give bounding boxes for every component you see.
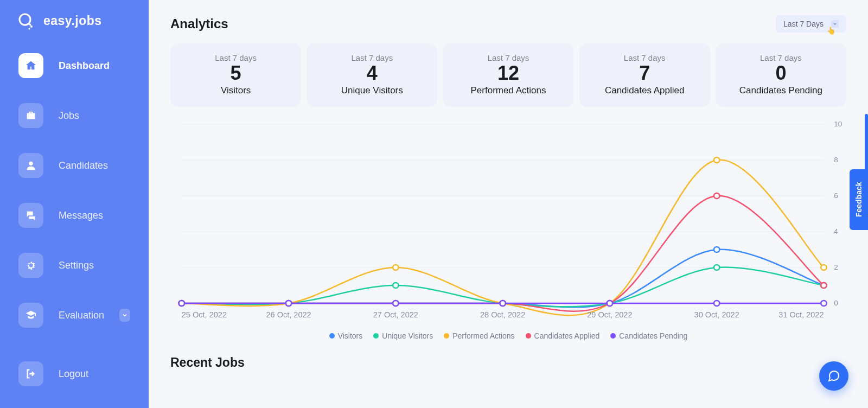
legend-item[interactable]: Candidates Applied [526,331,600,340]
sidebar-item-jobs[interactable]: Jobs [11,97,138,135]
brand: easy.jobs [11,10,138,31]
graduation-cap-icon [18,303,43,328]
svg-text:6: 6 [834,192,838,200]
analytics-title: Analytics [170,16,228,31]
svg-point-42 [714,193,719,199]
recent-jobs-title: Recent Jobs [170,355,846,370]
legend-dot [610,333,616,339]
legend-label: Candidates Applied [534,331,600,340]
metric-value: 7 [584,62,706,84]
logout-icon [18,361,43,386]
metric-unique-visitors: Last 7 days 4 Unique Visitors [307,43,437,107]
sidebar-item-label: Evaluation [59,310,104,321]
svg-text:26 Oct, 2022: 26 Oct, 2022 [266,310,311,319]
legend-dot [373,333,379,339]
svg-text:25 Oct, 2022: 25 Oct, 2022 [182,310,227,319]
metric-value: 12 [447,62,569,84]
svg-point-47 [500,301,505,306]
logout-button[interactable]: Logout [11,361,96,386]
sidebar-item-candidates[interactable]: Candidates [11,146,138,184]
sidebar-item-evaluation[interactable]: Evaluation [11,296,138,334]
svg-text:0: 0 [834,299,838,307]
svg-point-2 [29,28,30,30]
legend-item[interactable]: Candidates Pending [610,331,687,340]
legend-label: Unique Visitors [382,331,433,340]
sidebar-item-label: Dashboard [59,60,110,72]
svg-point-35 [714,157,719,163]
metric-period: Last 7 days [584,53,706,62]
sidebar-item-messages[interactable]: Messages [11,196,138,234]
chevron-down-icon: 👆 [831,20,839,28]
brand-logo-icon [15,10,37,31]
main-content: Analytics Last 7 Days 👆 Last 7 days 5 Vi… [149,0,868,408]
legend-label: Candidates Pending [619,331,687,340]
svg-text:27 Oct, 2022: 27 Oct, 2022 [373,310,418,319]
logout-label: Logout [59,368,88,380]
metric-label: Visitors [175,85,297,96]
svg-text:4: 4 [834,227,838,235]
gear-icon [18,253,43,278]
svg-text:10: 10 [834,120,842,128]
svg-point-28 [714,265,719,270]
date-range-select[interactable]: Last 7 Days 👆 [776,15,846,33]
legend-dot [329,333,335,339]
sidebar: easy.jobs Dashboard Jobs Candidates Mess… [0,0,149,408]
sidebar-item-dashboard[interactable]: Dashboard [11,47,138,85]
svg-point-32 [393,265,398,270]
feedback-label: Feedback [854,182,863,218]
metric-label: Performed Actions [447,85,569,96]
metric-visitors: Last 7 days 5 Visitors [170,43,301,107]
legend-item[interactable]: Visitors [329,331,363,340]
chevron-down-icon [119,309,130,322]
sidebar-item-label: Settings [59,260,94,271]
svg-text:2: 2 [834,263,838,271]
svg-point-49 [714,301,719,306]
legend-label: Visitors [338,331,363,340]
svg-point-25 [393,283,398,288]
metric-value: 4 [311,62,433,84]
svg-point-36 [821,265,826,270]
svg-point-45 [286,301,291,306]
metric-period: Last 7 days [720,53,842,62]
metric-label: Candidates Applied [584,85,706,96]
svg-point-1 [30,25,33,28]
chart-legend: VisitorsUnique VisitorsPerformed Actions… [170,331,846,340]
metric-label: Candidates Pending [720,85,842,96]
legend-dot [444,333,449,339]
chat-fab[interactable] [819,361,848,391]
svg-point-21 [714,247,719,252]
metric-period: Last 7 days [447,53,569,62]
svg-point-46 [393,301,398,306]
svg-text:29 Oct, 2022: 29 Oct, 2022 [587,310,632,319]
brand-text: easy.jobs [43,14,102,28]
analytics-chart: 024681025 Oct, 202226 Oct, 202227 Oct, 2… [170,113,846,330]
svg-point-44 [179,301,184,306]
scrollbar-thumb[interactable] [865,114,868,179]
date-range-label: Last 7 Days [783,20,824,28]
sidebar-item-settings[interactable]: Settings [11,246,138,284]
legend-item[interactable]: Unique Visitors [373,331,433,340]
metrics-row: Last 7 days 5 Visitors Last 7 days 4 Uni… [170,43,846,107]
legend-item[interactable]: Performed Actions [444,331,514,340]
analytics-card: Analytics Last 7 Days 👆 Last 7 days 5 Vi… [170,15,846,340]
metric-performed-actions: Last 7 days 12 Performed Actions [443,43,573,107]
metric-candidates-pending: Last 7 days 0 Candidates Pending [716,43,846,107]
svg-text:28 Oct, 2022: 28 Oct, 2022 [480,310,525,319]
cursor-icon: 👆 [827,27,835,35]
sidebar-item-label: Jobs [59,110,79,122]
svg-point-43 [821,283,826,288]
metric-period: Last 7 days [175,53,297,62]
metric-label: Unique Visitors [311,85,433,96]
svg-text:8: 8 [834,156,838,164]
messages-icon [18,203,43,228]
user-icon [18,153,43,178]
svg-text:30 Oct, 2022: 30 Oct, 2022 [694,310,739,319]
svg-text:31 Oct, 2022: 31 Oct, 2022 [778,310,824,319]
metric-candidates-applied: Last 7 days 7 Candidates Applied [579,43,710,107]
svg-point-3 [29,162,33,165]
legend-dot [526,333,531,339]
svg-point-48 [607,301,612,306]
metric-period: Last 7 days [311,53,433,62]
home-icon [18,53,43,78]
svg-point-50 [821,301,826,306]
